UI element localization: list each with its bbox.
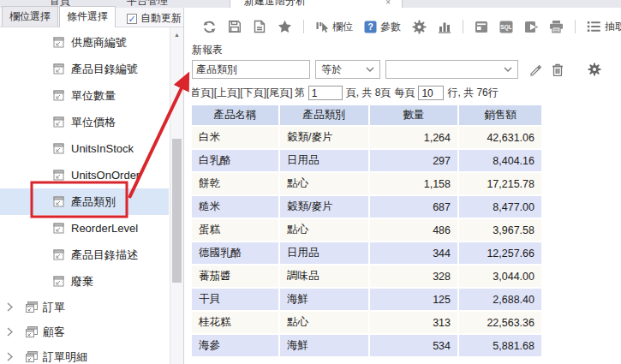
refresh-icon [202,20,217,34]
save-as-button[interactable] [253,20,266,33]
sidebar-field-item[interactable]: UnitsOnOrder [0,162,169,188]
cell-product-category: 點心 [279,311,369,334]
table-header-row: 產品名稱 產品類別 數量 銷售額 [192,105,542,126]
settings-button[interactable] [412,20,427,34]
cell-product-category: 日用品 [279,149,369,172]
parameter-button[interactable]: ? 參數 [364,20,401,34]
sidebar-tree-label: 訂單明細 [43,349,87,364]
chevron-down-icon [366,67,374,72]
rows-per-page-input[interactable] [418,86,444,100]
parameter-icon: ? [364,21,377,33]
sidebar-field-label: 單位數量 [71,88,116,104]
sidebar-tree-item[interactable]: 顧客 [0,319,169,344]
sidebar-field-item[interactable]: ReorderLevel [0,215,169,242]
star-icon [278,20,292,33]
sidebar-field-item[interactable]: 供應商編號 [0,29,169,56]
extract-icon [587,20,601,33]
chevron-down-icon [504,67,512,72]
filter-settings-button[interactable] [588,63,601,76]
chart-button[interactable] [438,20,451,33]
sidebar-field-item[interactable]: 產品類別 [0,188,169,215]
sidebar-field-item[interactable]: 單位數量 [0,82,169,109]
delete-condition-button[interactable] [552,63,564,76]
cell-sales-amount: 3,044.00 [458,265,542,288]
table-row: 蕃茄醬 調味品 328 3,044.00 [192,265,542,288]
cell-product-category: 調味品 [279,265,369,288]
bar-chart-icon [438,20,451,33]
refresh-button[interactable] [202,20,217,34]
chevron-right-icon [7,327,13,337]
cell-product-name: 白乳酪 [192,149,279,172]
table-row: 海參 海鮮 534 5,881.68 [192,334,542,357]
sidebar-field-item[interactable]: 單位價格 [0,109,169,135]
pagination-link[interactable]: [上頁] [214,87,241,98]
table-row: 蛋糕 點心 486 3,967.58 [192,218,542,242]
save-button[interactable] [228,20,242,33]
cell-product-category: 海鮮 [279,288,369,311]
sidebar-field-item[interactable]: 廢棄 [0,268,169,295]
result-table: 產品名稱 產品類別 數量 銷售額 白米 穀類/麥片 1,264 42,631.0… [192,105,543,358]
auto-update-toggle[interactable]: ✓ 自動更新 [127,11,182,26]
pagination-nav: [首頁][上頁][下頁][尾頁] [192,86,293,100]
sidebar-field-label: 供應商編號 [71,35,127,51]
report-block-button[interactable] [475,21,488,33]
edit-condition-button[interactable] [528,63,541,76]
cell-sales-amount: 42,631.06 [458,126,542,149]
sidebar-field-item[interactable]: 產品目錄描述 [0,242,169,268]
pagination-link[interactable]: [下頁] [240,87,266,98]
cell-quantity: 1,158 [369,172,458,195]
sidebar-field-item[interactable]: UnitsInStock [0,135,169,162]
cell-sales-amount: 8,477.00 [458,195,542,218]
cell-quantity: 344 [369,242,458,265]
gear-icon [412,20,427,34]
page-number-input[interactable] [308,86,343,100]
column-header: 產品類別 [279,105,369,126]
cell-product-name: 白米 [192,126,279,149]
pagination-link[interactable]: [尾頁] [266,87,293,98]
sidebar-field-item[interactable]: 產品目錄編號 [0,56,169,82]
filter-operator-select[interactable]: 等於 [315,60,380,79]
table-body: 白米 穀類/麥片 1,264 42,631.06 白乳酪 日用品 297 8,4… [192,126,542,357]
chevron-right-icon [7,302,13,312]
sidebar-field-label: UnitsOnOrder [71,169,140,182]
field-icon [53,116,64,128]
tab-condition-select[interactable]: 條件選擇 [59,6,116,27]
column-header: 產品名稱 [192,105,279,126]
sidebar-scrollbar[interactable]: ▲ [170,27,183,364]
tab-field-select[interactable]: 欄位選擇 [2,6,58,27]
sidebar-tree-item[interactable]: 訂單明細 [0,344,169,364]
favorite-button[interactable] [278,20,292,33]
cell-quantity: 125 [369,288,458,311]
close-tab-icon[interactable]: × [385,0,391,7]
export-button[interactable] [524,21,538,33]
sidebar-field-label: 單位價格 [71,115,116,130]
top-tab-new-analysis[interactable]: 新建進階分析 × [230,0,403,8]
toolbar-separator [575,20,576,33]
scroll-up-icon[interactable]: ▲ [170,32,183,38]
top-tab-admin[interactable]: 平台管理 [127,0,168,8]
field-sidebar: 欄位選擇 條件選擇 ✓ 自動更新 供應商編號 產品目錄編號 單位數量 [0,8,184,364]
svg-text:?: ? [367,21,373,32]
filter-field-input[interactable] [192,60,310,79]
cell-product-name: 餅乾 [192,172,279,195]
cell-sales-amount: 12,257.66 [458,242,542,265]
sql-button[interactable]: SQL [499,21,513,33]
sidebar-field-label: 廢棄 [71,274,93,289]
print-button[interactable] [549,20,564,33]
pagination-link[interactable]: [首頁] [192,87,214,98]
cell-product-category: 日用品 [279,242,369,265]
scrollbar-thumb[interactable] [172,139,182,283]
cell-product-category: 穀類/麥片 [279,195,369,218]
parameter-button-label: 參數 [380,20,401,34]
sidebar-field-panel: 供應商編號 產品目錄編號 單位數量 單位價格 UnitsInStock Unit… [0,27,183,364]
sidebar-tree-item[interactable]: 訂單 [0,295,169,319]
page-prefix-label: 第 [295,86,305,100]
checkbox-checked-icon[interactable]: ✓ [127,14,137,24]
filter-value-select[interactable] [385,60,518,79]
cell-sales-amount: 5,881.68 [458,334,542,357]
chevron-right-icon [7,352,13,361]
table-row: 桂花糕 點心 313 22,563.36 [192,311,542,334]
sidebar-field-label: UnitsInStock [71,142,134,155]
fields-button[interactable]: 欄位 [315,20,353,34]
extract-button[interactable]: 抽取 [587,20,621,34]
